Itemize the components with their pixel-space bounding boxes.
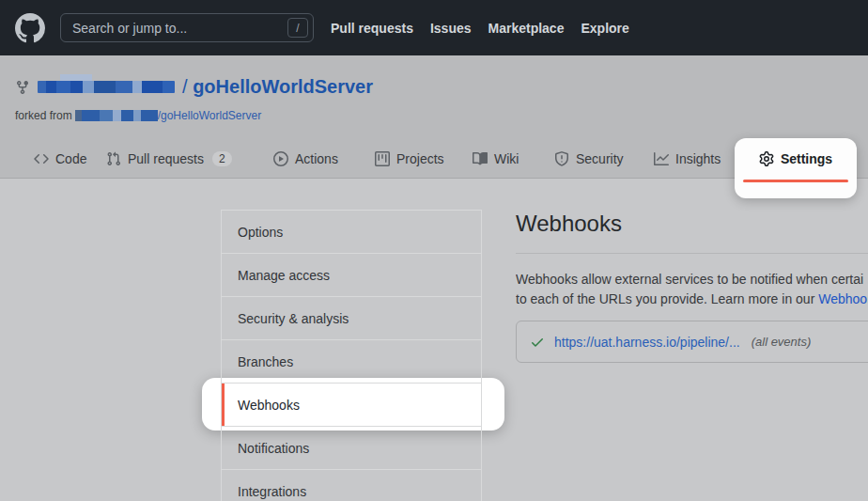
repo-forked-icon xyxy=(15,80,30,95)
sidebar-item-integrations[interactable]: Integrations xyxy=(222,470,481,501)
tab-settings[interactable]: Settings xyxy=(735,138,857,179)
sidebar-item-notifications[interactable]: Notifications xyxy=(222,427,481,470)
tab-projects[interactable]: Projects xyxy=(375,138,444,179)
tab-insights[interactable]: Insights xyxy=(654,138,721,179)
tab-label: Projects xyxy=(396,151,444,166)
nav-pull-requests[interactable]: Pull requests xyxy=(331,21,413,36)
blurred-repo-owner xyxy=(38,81,175,93)
tab-label: Code xyxy=(55,151,86,166)
sidebar-item-security-analysis[interactable]: Security & analysis xyxy=(222,297,481,340)
slash-shortcut-key: / xyxy=(287,18,308,38)
book-icon xyxy=(473,151,488,166)
tab-label: Actions xyxy=(295,151,338,166)
nav-issues[interactable]: Issues xyxy=(430,21,472,36)
repo-title-separator: / xyxy=(182,76,188,97)
webhook-events-scope: (all events) xyxy=(752,335,812,349)
fork-source-link[interactable]: /goHelloWorldServer xyxy=(158,109,262,122)
nav-explore[interactable]: Explore xyxy=(581,21,628,36)
title-divider xyxy=(516,253,868,254)
settings-sidebar: Options Manage access Security & analysi… xyxy=(221,210,482,501)
sidebar-item-manage-access[interactable]: Manage access xyxy=(222,254,481,297)
graph-icon xyxy=(654,151,669,166)
tab-actions[interactable]: Actions xyxy=(273,138,338,179)
global-header: / Pull requests Issues Marketplace Explo… xyxy=(0,0,868,55)
description-line-2-text: to each of the URLs you provide. Learn m… xyxy=(516,291,818,306)
check-icon xyxy=(530,335,545,350)
tab-settings-spotlight[interactable]: Settings xyxy=(735,138,857,198)
slash-shortcut-label: / xyxy=(296,22,299,35)
blurred-owner-fragment xyxy=(60,74,92,81)
repo-name-link[interactable]: goHelloWorldServer xyxy=(193,76,373,97)
description-line-1: Webhooks allow external services to be n… xyxy=(516,270,868,290)
shield-icon xyxy=(554,151,569,166)
github-settings-page: / Pull requests Issues Marketplace Explo… xyxy=(0,0,868,501)
tab-label: Settings xyxy=(781,151,832,166)
gear-icon xyxy=(759,151,774,166)
sidebar-item-webhooks[interactable]: Webhooks xyxy=(222,384,481,427)
project-icon xyxy=(375,151,390,166)
repo-header: / goHelloWorldServer forked from /goHell… xyxy=(0,55,868,179)
webhooks-settings-main: Webhooks Webhooks allow external service… xyxy=(516,211,868,363)
sidebar-item-label: Webhooks xyxy=(238,398,300,413)
tab-label: Insights xyxy=(675,151,721,166)
git-pull-request-icon xyxy=(106,151,121,166)
tab-security[interactable]: Security xyxy=(554,138,624,179)
webhooks-description: Webhooks allow external services to be n… xyxy=(516,270,868,309)
sidebar-item-label: Manage access xyxy=(238,268,330,283)
nav-marketplace[interactable]: Marketplace xyxy=(488,21,565,36)
tab-pull-requests[interactable]: Pull requests 2 xyxy=(106,138,232,179)
tab-label: Wiki xyxy=(494,151,519,166)
global-search: / xyxy=(60,13,314,42)
webhook-url-link[interactable]: https://uat.harness.io/pipeline/... xyxy=(554,335,740,350)
blurred-fork-owner xyxy=(75,110,158,121)
webhooks-guide-link[interactable]: Webhoo xyxy=(818,291,867,306)
github-logo-icon[interactable] xyxy=(15,13,45,43)
sidebar-item-label: Branches xyxy=(238,354,293,369)
code-icon xyxy=(34,151,49,166)
sidebar-item-label: Options xyxy=(238,225,283,240)
search-input[interactable] xyxy=(60,13,314,42)
tab-label: Pull requests xyxy=(128,151,204,166)
sidebar-item-label: Notifications xyxy=(238,441,309,456)
tab-label: Security xyxy=(576,151,624,166)
sidebar-item-label: Integrations xyxy=(238,484,306,499)
active-tab-underline xyxy=(743,180,848,182)
sidebar-item-label: Security & analysis xyxy=(238,311,349,326)
pull-requests-count-badge: 2 xyxy=(212,151,232,166)
description-line-2: to each of the URLs you provide. Learn m… xyxy=(516,290,868,309)
forked-from-row: forked from /goHelloWorldServer xyxy=(15,109,261,122)
tab-code[interactable]: Code xyxy=(34,138,86,179)
repo-tab-bar: Code Pull requests 2 Actions Projects Wi… xyxy=(0,138,868,179)
sidebar-item-options[interactable]: Options xyxy=(222,211,481,254)
webhook-list-item: https://uat.harness.io/pipeline/... (all… xyxy=(516,321,868,363)
tab-wiki[interactable]: Wiki xyxy=(473,138,519,179)
sidebar-item-branches[interactable]: Branches xyxy=(222,340,481,384)
play-icon xyxy=(273,151,288,166)
global-nav: Pull requests Issues Marketplace Explore xyxy=(331,21,629,36)
repo-title: / goHelloWorldServer xyxy=(182,76,373,98)
forked-from-label: forked from xyxy=(15,109,72,122)
page-title: Webhooks xyxy=(516,211,868,237)
